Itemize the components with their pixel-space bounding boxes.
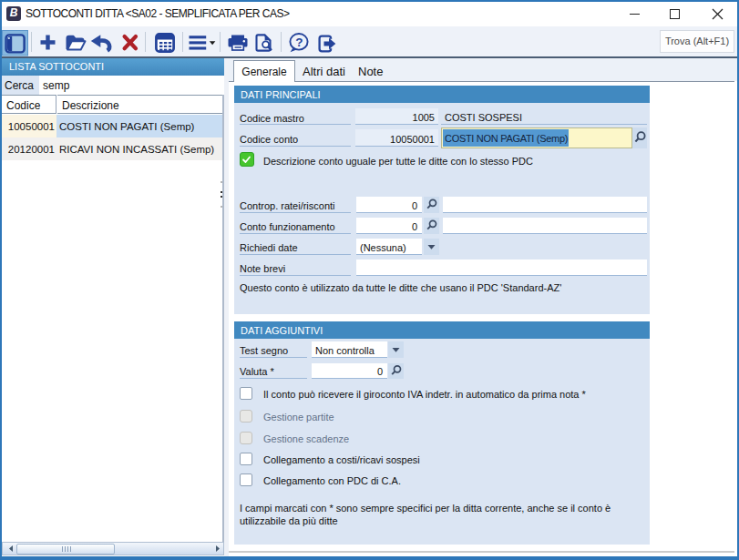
svg-text:?: ? [295,36,303,49]
